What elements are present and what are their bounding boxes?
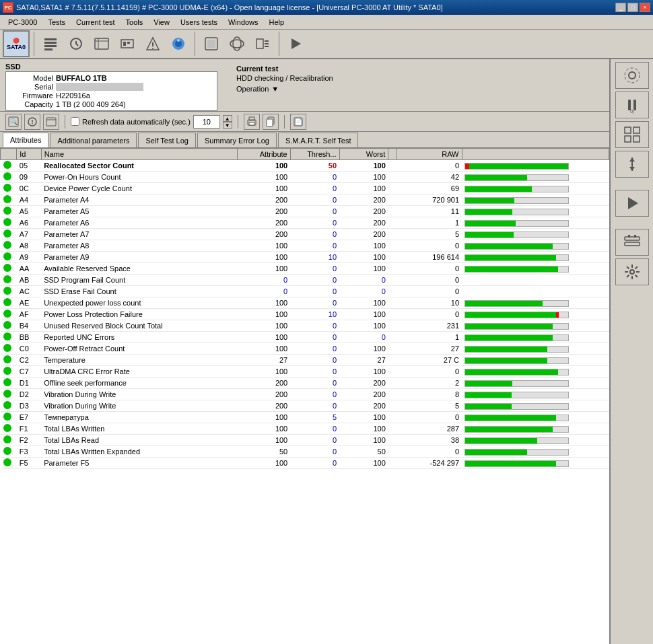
row-thresh: 0: [290, 389, 339, 400]
table-row[interactable]: C2Temperature2702727 C: [1, 355, 609, 366]
table-row[interactable]: E7Температура10051000: [1, 412, 609, 423]
row-id: C0: [17, 343, 41, 355]
table-row[interactable]: F1Total LBAs Written1000100287: [1, 423, 609, 435]
right-btn-settings[interactable]: [615, 62, 649, 89]
table-row[interactable]: A6Parameter A620002001: [1, 217, 609, 229]
right-btn-pause[interactable]: 0|: [615, 92, 649, 118]
table-row[interactable]: ABSSD Program Fail Count0000: [1, 275, 609, 286]
table-row[interactable]: A5Parameter A5200020011: [1, 206, 609, 217]
right-btn-arrows[interactable]: [615, 151, 649, 178]
menu-view[interactable]: View: [148, 17, 175, 28]
tb2-btn-3[interactable]: [43, 114, 59, 130]
th-worst[interactable]: Worst: [339, 149, 388, 160]
row-thresh: 5: [290, 412, 339, 423]
toolbar-btn-3[interactable]: [90, 32, 114, 56]
menu-current-test[interactable]: Current test: [71, 17, 120, 28]
row-thresh: 0: [290, 400, 339, 412]
row-name: Parameter A9: [41, 252, 237, 263]
sata0-button[interactable]: 🔴 SATA0: [3, 30, 30, 57]
tab-attributes[interactable]: Attributes: [3, 133, 48, 147]
menu-help[interactable]: Help: [264, 17, 290, 28]
row-thresh: 0: [290, 378, 339, 389]
menu-tests[interactable]: Tests: [42, 17, 71, 28]
table-row[interactable]: D2Vibration During Write20002008: [1, 389, 609, 400]
title-bar-buttons[interactable]: _ □ ×: [615, 3, 650, 12]
refresh-label[interactable]: Refresh data automatically (sec.): [71, 117, 191, 126]
toolbar-btn-1[interactable]: [38, 32, 63, 56]
status-dot-green: [3, 264, 11, 272]
tab-additional-parameters[interactable]: Additional parameters: [50, 133, 137, 147]
tab-self-test-log[interactable]: Self Test Log: [138, 133, 195, 147]
refresh-down[interactable]: ▼: [223, 122, 232, 129]
toolbar-btn-play[interactable]: [283, 32, 308, 56]
right-btn-grid[interactable]: [615, 121, 649, 148]
refresh-checkbox[interactable]: [71, 117, 79, 126]
table-row[interactable]: F5Parameter F51000100-524 297: [1, 458, 609, 469]
row-bar: [462, 275, 609, 286]
menu-users-tests[interactable]: Users tests: [175, 17, 223, 28]
toolbar-btn-7[interactable]: [199, 32, 224, 56]
table-row[interactable]: BBReported UNC Errors100001: [1, 332, 609, 343]
right-btn-grid2[interactable]: [615, 229, 649, 256]
export-button[interactable]: 📄: [290, 114, 306, 130]
table-row[interactable]: A8Parameter A810001000: [1, 240, 609, 252]
table-row[interactable]: F3Total LBAs Written Expanded500500: [1, 446, 609, 458]
th-name[interactable]: Name: [41, 149, 237, 160]
refresh-up[interactable]: ▲: [223, 115, 232, 122]
maximize-button[interactable]: □: [627, 3, 638, 12]
table-row[interactable]: A4Parameter A42000200720 901: [1, 194, 609, 206]
tab-summary-error-log[interactable]: Summary Error Log: [197, 133, 277, 147]
right-btn-play[interactable]: [615, 190, 649, 217]
toolbar-btn-4[interactable]: [115, 32, 139, 56]
table-row[interactable]: A7Parameter A720002005: [1, 229, 609, 240]
table-row[interactable]: 0CDevice Power Cycle Count100010069: [1, 183, 609, 194]
row-raw: 42: [397, 172, 462, 183]
row-bar: [462, 240, 609, 252]
toolbar-btn-5[interactable]: [141, 32, 165, 56]
th-id[interactable]: Id: [17, 149, 41, 160]
tb2-btn-1[interactable]: 🔍: [5, 114, 22, 130]
th-thresh[interactable]: Thresh...: [290, 149, 339, 160]
close-button[interactable]: ×: [640, 3, 650, 12]
table-row[interactable]: D3Vibration During Write20002005: [1, 400, 609, 412]
table-row[interactable]: A9Parameter A910010100196 614: [1, 252, 609, 263]
table-row[interactable]: 05Reallocated Sector Count100501000: [1, 160, 609, 172]
table-row[interactable]: B4Unused Reserved Block Count Total10001…: [1, 320, 609, 332]
bar-container: [465, 334, 569, 341]
menu-pc3000[interactable]: PC-3000: [3, 17, 42, 28]
table-row[interactable]: AEUnexpected power loss count100010010: [1, 297, 609, 309]
table-row[interactable]: ACSSD Erase Fail Count0000: [1, 286, 609, 297]
row-attr: 27: [237, 355, 290, 366]
table-row[interactable]: AFPower Loss Protection Failure100101000: [1, 309, 609, 320]
tab-smart-self-test[interactable]: S.M.A.R.T. Self Test: [278, 133, 359, 147]
row-dot: [1, 183, 17, 194]
print-button[interactable]: [244, 114, 260, 130]
refresh-input[interactable]: [193, 115, 220, 129]
row-name: Parameter A4: [41, 194, 237, 206]
th-attribute[interactable]: Attribute: [237, 149, 290, 160]
minimize-button[interactable]: _: [615, 3, 626, 12]
menu-windows[interactable]: Windows: [223, 17, 264, 28]
row-dot: [1, 263, 17, 275]
status-dot-green: [3, 298, 11, 306]
toolbar-btn-8[interactable]: [225, 32, 249, 56]
table-row[interactable]: C0Power-Off Retract Count100010027: [1, 343, 609, 355]
tb2-btn-2[interactable]: [24, 114, 40, 130]
row-spacer: [388, 183, 397, 194]
toolbar-btn-6[interactable]: [166, 32, 191, 56]
row-worst: 100: [339, 320, 388, 332]
th-raw[interactable]: RAW: [397, 149, 462, 160]
table-row[interactable]: F2Total LBAs Read100010038: [1, 435, 609, 446]
toolbar-btn-2[interactable]: [64, 32, 88, 56]
menu-tools[interactable]: Tools: [121, 17, 149, 28]
toolbar-btn-9[interactable]: [250, 32, 275, 56]
table-row[interactable]: C7UltraDMA CRC Error Rate10001000: [1, 366, 609, 378]
smart-table: Id Name Attribute Thresh... Worst RAW 05…: [0, 148, 609, 469]
right-btn-tools[interactable]: [615, 258, 649, 285]
table-row[interactable]: AAAvailable Reserved Space10001000: [1, 263, 609, 275]
copy-button[interactable]: [263, 114, 279, 130]
row-bar: [462, 366, 609, 378]
table-row[interactable]: 09Power-On Hours Count100010042: [1, 172, 609, 183]
table-row[interactable]: D1Offline seek performance20002002: [1, 378, 609, 389]
row-bar: [462, 263, 609, 275]
